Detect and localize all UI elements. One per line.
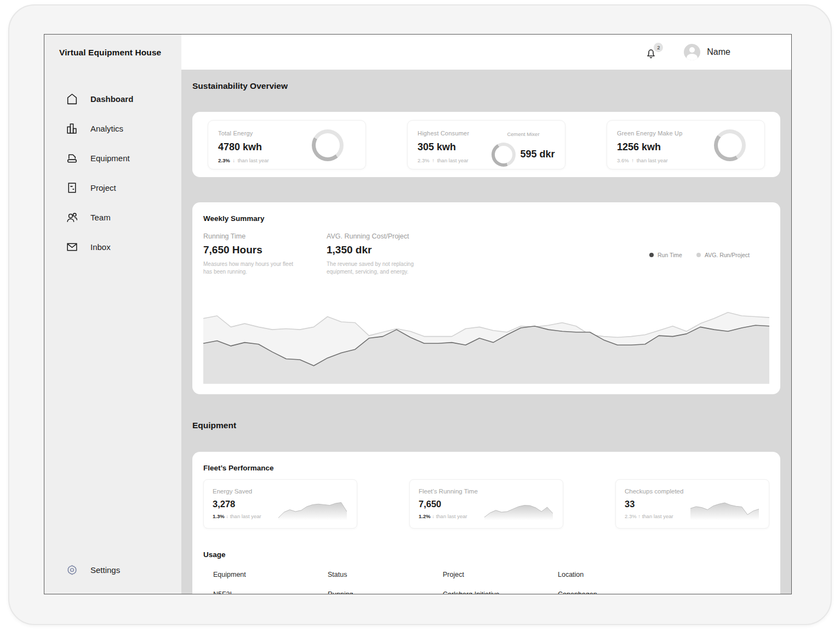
cell-location: Copenhagen <box>558 591 769 594</box>
sparkline-chart <box>484 498 553 520</box>
stat-delta: 2.3% ↑ than last year <box>418 157 469 163</box>
weekly-summary-card: Weekly Summary Running Time 7,650 Hours … <box>192 202 780 394</box>
section-title-sustainability: Sustainability Overview <box>192 81 780 91</box>
team-icon <box>65 210 79 224</box>
sidebar-nav: Dashboard Analytics Equipment Project <box>44 84 181 262</box>
section-title-equipment: Equipment <box>192 421 780 430</box>
usage-table: Equipment Status Project Location N5F2I … <box>203 571 769 594</box>
donut-chart <box>492 143 516 167</box>
stat-card-green-energy[interactable]: Green Energy Make Up 1256 kwh 3.6% ↑ tha… <box>607 120 765 169</box>
envelope-icon <box>65 240 79 254</box>
consumer-equipment-label: Cement Mixer <box>507 131 539 137</box>
column-header[interactable]: Equipment <box>213 571 328 578</box>
sidebar-item-settings[interactable]: Settings <box>44 553 181 586</box>
donut-chart <box>714 129 746 161</box>
column-header[interactable]: Location <box>558 571 769 578</box>
content: Sustainability Overview Total Energy 478… <box>181 70 791 594</box>
sidebar-item-label: Inbox <box>90 242 111 252</box>
weekly-stat-running-time: Running Time 7,650 Hours Measures how ma… <box>203 232 327 276</box>
sidebar-item-project[interactable]: Project <box>44 173 181 202</box>
consumer-detail: Cement Mixer 595 dkr <box>487 130 559 162</box>
equipment-icon <box>65 151 79 165</box>
chart-legend: Run Time AVG. Run/Project <box>649 232 769 276</box>
bar-chart-icon <box>65 121 79 135</box>
consumer-cost-value: 595 dkr <box>520 149 555 160</box>
sparkline-chart <box>690 498 759 520</box>
legend-avg-run[interactable]: AVG. Run/Project <box>696 234 750 276</box>
column-header[interactable]: Project <box>443 571 558 578</box>
sidebar-item-label: Settings <box>90 565 120 575</box>
sidebar-item-team[interactable]: Team <box>44 202 181 232</box>
cell-equipment: N5F2I <box>213 591 328 594</box>
overview-stats-panel: Total Energy 4780 kwh 2.3% ↓ than last y… <box>192 112 780 177</box>
fleet-performance-card: Fleet’s Performance Energy Saved 3,278 1… <box>192 452 780 594</box>
document-icon <box>65 180 79 195</box>
mini-card-energy-saved[interactable]: Energy Saved 3,278 1.3% ↓ than last year <box>203 479 357 529</box>
arrow-down-icon: ↓ <box>232 157 235 163</box>
sparkline-chart <box>278 498 347 520</box>
sidebar-item-label: Dashboard <box>90 94 133 104</box>
sidebar-item-inbox[interactable]: Inbox <box>44 232 181 262</box>
usage-title: Usage <box>203 550 769 559</box>
notification-badge: 2 <box>654 43 663 52</box>
weekly-area-chart <box>203 298 769 384</box>
arrow-up-icon: ↑ <box>638 513 641 519</box>
legend-dot <box>696 253 701 257</box>
arrow-down-icon: ↓ <box>432 513 435 519</box>
main-area: 2 Name Sustainability Overview Total Ene… <box>181 35 791 594</box>
gear-icon <box>65 563 79 577</box>
column-header[interactable]: Status <box>328 571 443 578</box>
table-row[interactable]: N5F2I Running Carlsberg Initiative Copen… <box>203 591 769 594</box>
stat-card-highest-consumer[interactable]: Highest Consumer 305 kwh 2.3% ↑ than las… <box>407 120 565 169</box>
notifications-button[interactable]: 2 <box>644 44 661 60</box>
sidebar-item-label: Equipment <box>90 154 130 163</box>
home-icon <box>65 92 79 106</box>
legend-dot <box>649 253 654 257</box>
arrow-down-icon: ↓ <box>226 513 228 519</box>
stat-card-total-energy[interactable]: Total Energy 4780 kwh 2.3% ↓ than last y… <box>208 120 366 169</box>
sidebar-item-equipment[interactable]: Equipment <box>44 143 181 173</box>
sidebar-item-label: Analytics <box>90 124 123 133</box>
arrow-up-icon: ↑ <box>432 157 435 163</box>
cell-project: Carlsberg Initiative <box>443 591 558 594</box>
legend-run-time[interactable]: Run Time <box>649 234 682 276</box>
user-name: Name <box>707 47 730 57</box>
sidebar-item-label: Team <box>90 213 111 222</box>
sidebar-item-dashboard[interactable]: Dashboard <box>44 84 181 113</box>
stat-label: Highest Consumer <box>418 130 469 137</box>
app-window: Virtual Equipment House Dashboard Analyt… <box>44 34 792 594</box>
sidebar-item-analytics[interactable]: Analytics <box>44 113 181 143</box>
mini-card-checkups[interactable]: Checkups completed 33 2.3% ↑ than last y… <box>615 479 769 529</box>
weekly-stat-avg-cost: AVG. Running Cost/Project 1,350 dkr The … <box>327 232 502 276</box>
mini-card-running-time[interactable]: Fleet’s Running Time 7,650 1.2% ↓ than l… <box>409 479 563 529</box>
fleet-performance-title: Fleet’s Performance <box>203 464 769 472</box>
stat-value: 305 kwh <box>418 141 469 153</box>
app-title: Virtual Equipment House <box>44 48 181 58</box>
sidebar-item-label: Project <box>90 183 116 192</box>
avatar[interactable] <box>684 44 700 60</box>
donut-chart <box>312 129 344 161</box>
weekly-summary-title: Weekly Summary <box>203 214 769 223</box>
avatar-head <box>689 47 695 53</box>
usage-table-header: Equipment Status Project Location <box>203 571 769 578</box>
top-bar: 2 Name <box>181 35 791 70</box>
arrow-up-icon: ↑ <box>631 157 634 163</box>
avatar-body <box>687 54 698 60</box>
cell-status: Running <box>328 591 443 594</box>
sidebar: Virtual Equipment House Dashboard Analyt… <box>44 35 181 594</box>
